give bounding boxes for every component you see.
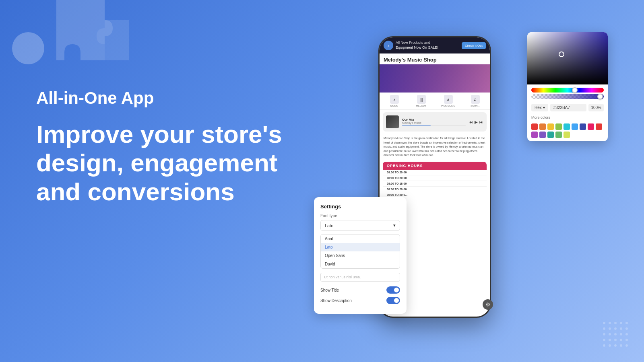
- font-selected-value: Lato: [325, 223, 333, 228]
- text-preview: Ut non varius nisi uma.: [320, 273, 400, 282]
- hours-time-1: 08:00 TO 20:00: [387, 171, 407, 174]
- nav-music-label: MUSIC: [390, 105, 398, 107]
- hours-row-2: 08:00 TO 20:00: [383, 175, 487, 181]
- font-option-lato[interactable]: Lato: [321, 243, 400, 251]
- color-swatch[interactable]: [547, 132, 554, 138]
- opening-hours: OPENING HOURS 08:00 TO 20:00 08:00 TO 20…: [383, 162, 487, 197]
- color-swatch[interactable]: [596, 123, 602, 130]
- gear-icon[interactable]: ⚙: [483, 299, 493, 310]
- show-description-row: Show Description: [320, 297, 400, 304]
- show-title-toggle[interactable]: [386, 286, 400, 294]
- nav-pick-music-label: PICK MUSIC: [441, 105, 455, 107]
- sound-icon: ♫: [471, 95, 480, 104]
- hours-time-4: 08:00 TO 20:00: [387, 188, 407, 191]
- puzzle-decoration: [32, 0, 137, 101]
- color-format-select[interactable]: Hex ▾: [531, 104, 548, 111]
- dots-decoration: [603, 322, 628, 350]
- hours-time-2: 08:00 TO 20:00: [387, 177, 407, 179]
- hue-thumb: [572, 87, 578, 93]
- show-title-row: Show Title: [320, 286, 400, 294]
- font-option-arial[interactable]: Arial: [321, 234, 400, 243]
- headline-line3: and conversions: [36, 178, 235, 206]
- alpha-thumb: [597, 94, 603, 99]
- play-button[interactable]: ▶: [475, 120, 478, 124]
- color-format-label: Hex: [535, 105, 542, 110]
- melody-icon: |||: [417, 95, 426, 104]
- color-picker-cursor: [559, 51, 564, 57]
- player-thumbnail: [386, 115, 399, 128]
- hours-row-5: 08:00 TO 20:0...: [383, 192, 487, 197]
- color-swatch[interactable]: [531, 132, 538, 138]
- hours-time-5: 08:00 TO 20:0...: [387, 193, 407, 196]
- color-swatch[interactable]: [564, 132, 570, 138]
- phone-banner: ♪ All New Products and Equipment Now On …: [380, 37, 490, 53]
- hours-row-3: 08:00 TO 18:00: [383, 181, 487, 187]
- format-chevron-icon: ▾: [543, 105, 545, 110]
- player-controls[interactable]: ⏮ ▶ ⏭: [469, 120, 483, 124]
- headline-line2: design, engagement: [36, 149, 277, 177]
- color-picker-panel: Hex ▾ #322BA7 100% More colors: [527, 32, 608, 141]
- color-swatch[interactable]: [539, 123, 546, 130]
- hue-slider[interactable]: [531, 88, 604, 93]
- nav-sound-label: SOUN...: [471, 105, 479, 107]
- nav-music[interactable]: ♪ MUSIC: [381, 95, 407, 107]
- pick-music-icon: ♬: [444, 95, 453, 104]
- check-it-out-button[interactable]: Check it Out: [462, 42, 486, 49]
- shop-title: Melody's Music Shop: [380, 53, 490, 64]
- phone-nav: ♪ MUSIC ||| MELODY ♬ PICK MUSIC ♫ SOUN..…: [380, 93, 490, 110]
- color-swatch[interactable]: [539, 132, 546, 138]
- hero-image: [380, 64, 490, 93]
- color-swatch[interactable]: [531, 123, 538, 130]
- hours-title: OPENING HOURS: [383, 162, 487, 170]
- color-swatch[interactable]: [564, 123, 570, 130]
- music-player: Our Mix Melody's Music ⏮ ▶ ⏭: [383, 112, 487, 132]
- headline: Improve your store's design, engagement …: [36, 120, 310, 206]
- color-swatch[interactable]: [572, 123, 578, 130]
- hours-time-3: 08:00 TO 18:00: [387, 182, 407, 185]
- color-gradient-canvas[interactable]: [527, 32, 608, 84]
- font-type-select[interactable]: Lato ▾: [320, 220, 400, 231]
- circle-decoration: [12, 32, 44, 64]
- music-icon: ♪: [390, 95, 399, 104]
- opacity-input[interactable]: 100%: [588, 104, 604, 111]
- show-title-label: Show Title: [320, 288, 339, 292]
- alpha-slider[interactable]: [531, 94, 604, 99]
- hours-row-4: 08:00 TO 20:00: [383, 187, 487, 192]
- color-swatch[interactable]: [580, 123, 586, 130]
- prev-button[interactable]: ⏮: [469, 120, 473, 124]
- nav-melody-label: MELODY: [416, 105, 426, 107]
- font-option-david[interactable]: David: [321, 260, 400, 268]
- color-swatch[interactable]: [555, 132, 562, 138]
- banner-icon: ♪: [384, 41, 393, 50]
- font-dropdown: Arial Lato Open Sans David: [320, 234, 400, 269]
- color-swatch[interactable]: [555, 123, 562, 130]
- player-progress-bar[interactable]: [402, 125, 466, 126]
- color-swatch[interactable]: [588, 123, 594, 130]
- show-description-label: Show Description: [320, 298, 352, 303]
- show-description-toggle[interactable]: [386, 297, 400, 304]
- player-subtitle: Melody's Music: [402, 121, 466, 124]
- color-swatch[interactable]: [547, 123, 554, 130]
- color-swatches: [527, 122, 608, 141]
- font-option-opensans[interactable]: Open Sans: [321, 251, 400, 260]
- left-content: All-in-One App Improve your store's desi…: [36, 88, 310, 206]
- tagline: All-in-One App: [36, 88, 310, 108]
- headline-line1: Improve your store's: [36, 120, 282, 148]
- nav-melody[interactable]: ||| MELODY: [408, 95, 434, 107]
- select-chevron-icon: ▾: [393, 223, 396, 228]
- player-info: Our Mix Melody's Music: [402, 118, 466, 126]
- color-inputs: Hex ▾ #322BA7 100%: [527, 102, 608, 115]
- nav-pick-music[interactable]: ♬ PICK MUSIC: [435, 95, 461, 107]
- font-type-label: Font type: [320, 214, 400, 218]
- hours-row-1: 08:00 TO 20:00: [383, 170, 487, 175]
- nav-sound[interactable]: ♫ SOUN...: [462, 95, 488, 107]
- more-colors-label: More colors: [527, 115, 608, 122]
- next-button[interactable]: ⏭: [479, 120, 483, 124]
- hex-input[interactable]: #322BA7: [550, 104, 587, 111]
- shop-description: Melody's Music Shop is the go-to destina…: [380, 134, 490, 160]
- settings-title: Settings: [320, 204, 400, 210]
- banner-text: All New Products and Equipment Now On SA…: [396, 41, 459, 50]
- player-title: Our Mix: [402, 118, 466, 121]
- settings-panel: Settings Font type Lato ▾ Arial Lato Ope…: [314, 197, 407, 314]
- player-progress-fill: [402, 125, 431, 126]
